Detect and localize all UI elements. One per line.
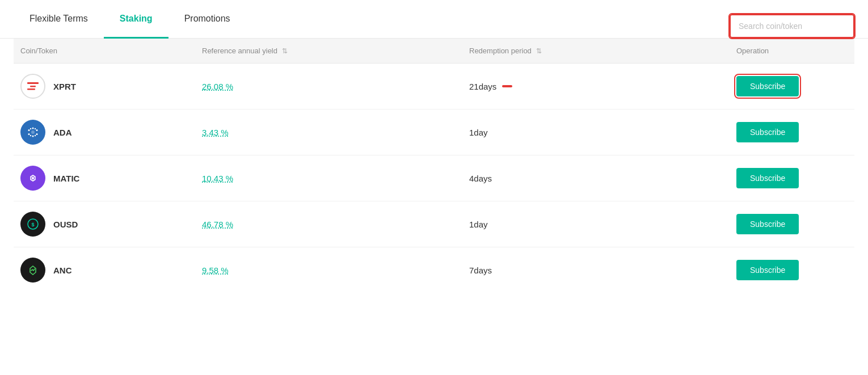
coin-cell-ousd: $ OUSD xyxy=(14,212,195,237)
period-ada: 1day xyxy=(462,128,730,137)
svg-point-8 xyxy=(28,133,30,135)
svg-point-4 xyxy=(32,128,34,129)
coin-cell-matic: MATIC xyxy=(14,166,195,191)
svg-point-11 xyxy=(35,128,36,129)
yield-xprt: 26.08 % xyxy=(195,82,462,91)
coin-name-ousd: OUSD xyxy=(53,220,78,229)
tab-promotions[interactable]: Promotions xyxy=(168,1,246,39)
period-matic: 4days xyxy=(462,174,730,183)
operation-ousd: Subscribe xyxy=(730,214,854,234)
coin-name-xprt: XPRT xyxy=(53,82,76,91)
coin-cell-ada: ADA xyxy=(14,120,195,145)
anc-icon xyxy=(20,258,45,283)
ada-icon xyxy=(20,120,45,145)
red-bar-indicator xyxy=(502,85,512,87)
svg-point-6 xyxy=(28,129,30,131)
table-row: XPRT 26.08 % 21days Subscribe xyxy=(14,64,854,109)
column-period[interactable]: Redemption period xyxy=(462,47,730,55)
operation-anc: Subscribe xyxy=(730,260,854,280)
subscribe-button-ada[interactable]: Subscribe xyxy=(736,122,799,142)
search-box xyxy=(730,14,854,38)
yield-sort-icon xyxy=(282,47,288,55)
period-anc: 7days xyxy=(462,266,730,275)
operation-ada: Subscribe xyxy=(730,122,854,142)
subscribe-button-xprt[interactable]: Subscribe xyxy=(736,76,799,96)
yield-ousd: 46.78 % xyxy=(195,220,462,229)
svg-rect-0 xyxy=(27,82,39,84)
svg-rect-2 xyxy=(27,89,35,90)
svg-point-9 xyxy=(36,133,38,135)
yield-matic: 10.43 % xyxy=(195,174,462,183)
svg-point-13 xyxy=(35,135,36,136)
subscribe-button-ousd[interactable]: Subscribe xyxy=(736,214,799,234)
period-ousd: 1day xyxy=(462,220,730,229)
period-xprt: 21days xyxy=(462,82,730,91)
subscribe-button-anc[interactable]: Subscribe xyxy=(736,260,799,280)
coin-cell-xprt: XPRT xyxy=(14,74,195,99)
xprt-icon xyxy=(20,74,45,99)
svg-point-14 xyxy=(31,130,35,134)
period-sort-icon xyxy=(536,47,542,55)
staking-table: Coin/Token Reference annual yield Redemp… xyxy=(0,39,868,293)
coin-cell-anc: ANC xyxy=(14,258,195,283)
svg-text:$: $ xyxy=(31,222,34,227)
table-header: Coin/Token Reference annual yield Redemp… xyxy=(14,39,854,64)
svg-point-5 xyxy=(32,136,34,137)
coin-name-ada: ADA xyxy=(53,128,72,137)
svg-point-12 xyxy=(30,135,31,136)
coin-name-matic: MATIC xyxy=(53,174,79,183)
ousd-icon: $ xyxy=(20,212,45,237)
table-row: $ OUSD 46.78 % 1day Subscribe xyxy=(14,201,854,247)
tabs-container: Flexible Terms Staking Promotions xyxy=(14,0,246,38)
matic-icon xyxy=(20,166,45,191)
tab-staking[interactable]: Staking xyxy=(104,1,168,39)
table-row: ANC 9.58 % 7days Subscribe xyxy=(14,247,854,293)
column-operation: Operation xyxy=(730,47,854,55)
yield-ada: 3.43 % xyxy=(195,128,462,137)
subscribe-button-matic[interactable]: Subscribe xyxy=(736,168,799,188)
table-row: MATIC 10.43 % 4days Subscribe xyxy=(14,155,854,201)
svg-point-7 xyxy=(36,129,38,131)
table-row: ADA 3.43 % 1day Subscribe xyxy=(14,109,854,155)
svg-point-10 xyxy=(30,128,31,129)
search-input[interactable] xyxy=(739,22,845,31)
column-coin-token: Coin/Token xyxy=(14,47,195,55)
tabs-bar: Flexible Terms Staking Promotions xyxy=(0,0,868,39)
column-yield[interactable]: Reference annual yield xyxy=(195,47,462,55)
yield-anc: 9.58 % xyxy=(195,266,462,275)
svg-rect-1 xyxy=(30,86,36,87)
operation-xprt: Subscribe xyxy=(730,76,854,96)
coin-name-anc: ANC xyxy=(53,266,72,275)
tab-flexible-terms[interactable]: Flexible Terms xyxy=(14,1,104,39)
operation-matic: Subscribe xyxy=(730,168,854,188)
svg-point-16 xyxy=(32,177,34,179)
